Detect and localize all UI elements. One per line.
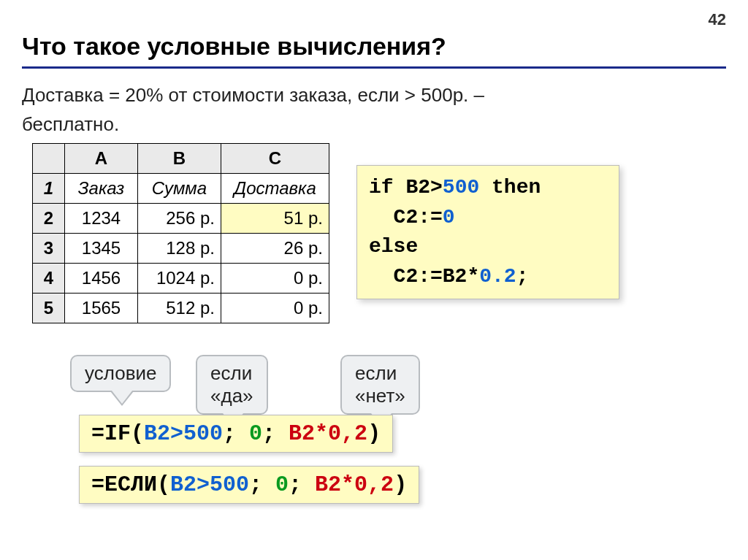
code-kw: else [369, 235, 418, 258]
formula-if: =IF(B2>500; 0; B2*0,2) [79, 415, 393, 453]
cell-highlighted: 51 р. [221, 204, 329, 234]
slide-title: Что такое условные вычисления? [22, 32, 726, 69]
cell: 1345 [65, 234, 138, 264]
cell-c1: Доставка [221, 174, 329, 204]
page-number: 42 [709, 10, 726, 29]
cell: 128 р. [138, 234, 221, 264]
callout-label: условие [85, 362, 156, 384]
spreadsheet-table: A B C 1 Заказ Сумма Доставка 2 1234 256 … [32, 143, 329, 323]
formula-text: ) [394, 472, 407, 497]
formula-yes: 0 [275, 472, 289, 497]
cell: 0 р. [221, 264, 329, 294]
callout-label: если «нет» [355, 362, 405, 407]
formula-condition: B2>500 [170, 472, 249, 497]
cell: 1456 [65, 264, 138, 294]
rownum: 2 [33, 204, 65, 234]
formula-yes: 0 [249, 421, 262, 446]
code-num: 500 [443, 176, 479, 199]
col-header-c: C [221, 144, 329, 174]
formula-fn: IF( [104, 421, 144, 446]
formula-fn: ЕСЛИ( [104, 472, 170, 497]
code-kw: then [479, 176, 541, 199]
formula-no: B2*0,2 [315, 472, 394, 497]
table-row: 2 1234 256 р. 51 р. [33, 204, 329, 234]
cell: 512 р. [138, 294, 221, 323]
rownum: 1 [33, 174, 65, 204]
table-row: 1 Заказ Сумма Доставка [33, 174, 329, 204]
callout-no: если «нет» [340, 355, 420, 415]
formula-text: ) [367, 421, 381, 446]
code-text: C2:= [369, 206, 443, 229]
callout-label: если «да» [210, 362, 253, 407]
col-header-a: A [65, 144, 138, 174]
table-row: 5 1565 512 р. 0 р. [33, 294, 329, 323]
cell-b1: Сумма [138, 174, 221, 204]
rownum: 4 [33, 264, 65, 294]
formula-text: = [91, 421, 104, 446]
code-num: 0 [443, 206, 455, 229]
col-header-b: B [138, 144, 221, 174]
formula-condition: B2>500 [144, 421, 223, 446]
formula-sep: ; [289, 472, 315, 497]
pseudocode-box: if B2>500 then C2:=0 else C2:=B2*0.2; [356, 165, 619, 299]
rownum: 3 [33, 234, 65, 264]
cell: 1024 р. [138, 264, 221, 294]
cell: 1234 [65, 204, 138, 234]
cell: 0 р. [221, 294, 329, 323]
cell: 26 р. [221, 234, 329, 264]
callout-condition: условие [70, 355, 171, 392]
formula-esli: =ЕСЛИ(B2>500; 0; B2*0,2) [79, 466, 419, 504]
cell: 1565 [65, 294, 138, 323]
formula-sep: ; [249, 472, 275, 497]
cell-a1: Заказ [65, 174, 138, 204]
code-num: 0.2 [479, 265, 516, 288]
formula-sep: ; [262, 421, 289, 446]
callout-yes: если «да» [196, 355, 268, 415]
formula-no: B2*0,2 [289, 421, 367, 446]
code-kw: if [369, 176, 394, 199]
cell: 256 р. [138, 204, 221, 234]
code-text: C2:=B2* [369, 265, 479, 288]
description: Доставка = 20% от стоимости заказа, если… [22, 80, 484, 139]
code-text: B2> [394, 176, 443, 199]
description-line-1: Доставка = 20% от стоимости заказа, если… [22, 84, 484, 106]
formula-text: = [91, 472, 104, 497]
corner-cell [33, 144, 65, 174]
formula-sep: ; [223, 421, 249, 446]
table-row: 4 1456 1024 р. 0 р. [33, 264, 329, 294]
rownum: 5 [33, 294, 65, 323]
code-text: ; [516, 265, 529, 288]
table-row: 3 1345 128 р. 26 р. [33, 234, 329, 264]
description-line-2: бесплатно. [22, 113, 119, 135]
